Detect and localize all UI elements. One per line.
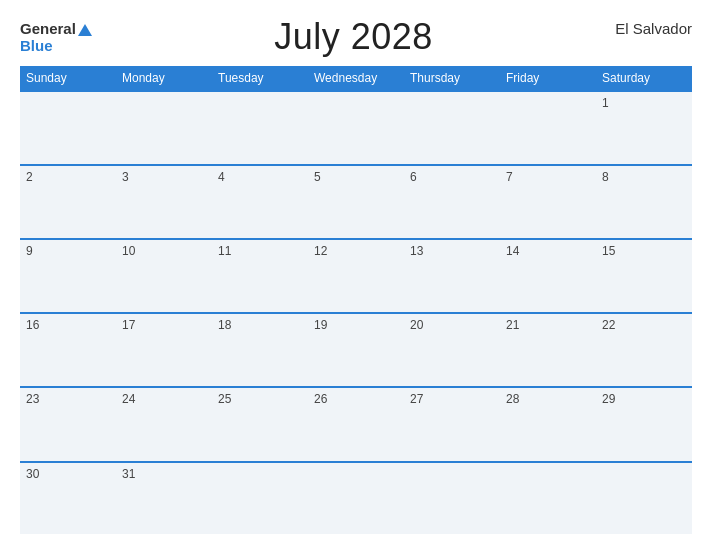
- calendar-day-cell: 11: [212, 239, 308, 313]
- calendar-day-cell: 3: [116, 165, 212, 239]
- calendar-day-cell: 1: [596, 91, 692, 165]
- day-number: 23: [26, 392, 39, 406]
- calendar-day-cell: 8: [596, 165, 692, 239]
- day-number: 5: [314, 170, 321, 184]
- day-number: 20: [410, 318, 423, 332]
- calendar-day-cell: 16: [20, 313, 116, 387]
- day-number: 15: [602, 244, 615, 258]
- calendar-header: General Blue July 2028 El Salvador: [20, 16, 692, 58]
- day-of-week-header: Wednesday: [308, 66, 404, 91]
- calendar-day-cell: [212, 91, 308, 165]
- logo-general-label: General: [20, 20, 76, 37]
- calendar-day-cell: 10: [116, 239, 212, 313]
- day-number: 14: [506, 244, 519, 258]
- day-number: 18: [218, 318, 231, 332]
- calendar-day-cell: 7: [500, 165, 596, 239]
- calendar-day-cell: 22: [596, 313, 692, 387]
- calendar-day-cell: [20, 91, 116, 165]
- day-number: 17: [122, 318, 135, 332]
- day-number: 31: [122, 467, 135, 481]
- calendar-day-cell: 21: [500, 313, 596, 387]
- calendar-day-cell: 4: [212, 165, 308, 239]
- logo-general-text: General: [20, 20, 92, 38]
- days-of-week-row: SundayMondayTuesdayWednesdayThursdayFrid…: [20, 66, 692, 91]
- calendar-day-cell: 15: [596, 239, 692, 313]
- day-number: 1: [602, 96, 609, 110]
- logo-triangle-icon: [78, 24, 92, 36]
- day-of-week-header: Sunday: [20, 66, 116, 91]
- calendar-day-cell: 19: [308, 313, 404, 387]
- calendar-day-cell: 14: [500, 239, 596, 313]
- calendar-week-row: 3031: [20, 462, 692, 534]
- calendar-day-cell: 25: [212, 387, 308, 461]
- calendar-day-cell: 31: [116, 462, 212, 534]
- calendar-header-row: SundayMondayTuesdayWednesdayThursdayFrid…: [20, 66, 692, 91]
- day-of-week-header: Friday: [500, 66, 596, 91]
- calendar-day-cell: [212, 462, 308, 534]
- calendar-day-cell: 5: [308, 165, 404, 239]
- day-number: 3: [122, 170, 129, 184]
- day-of-week-header: Monday: [116, 66, 212, 91]
- calendar-day-cell: 18: [212, 313, 308, 387]
- calendar-day-cell: [404, 91, 500, 165]
- day-of-week-header: Tuesday: [212, 66, 308, 91]
- day-number: 28: [506, 392, 519, 406]
- day-number: 4: [218, 170, 225, 184]
- calendar-day-cell: [308, 462, 404, 534]
- logo: General Blue: [20, 20, 92, 54]
- day-number: 7: [506, 170, 513, 184]
- day-number: 19: [314, 318, 327, 332]
- calendar-week-row: 1: [20, 91, 692, 165]
- day-number: 6: [410, 170, 417, 184]
- day-number: 24: [122, 392, 135, 406]
- day-number: 11: [218, 244, 231, 258]
- calendar-day-cell: 23: [20, 387, 116, 461]
- day-number: 16: [26, 318, 39, 332]
- calendar-day-cell: [500, 91, 596, 165]
- calendar-day-cell: 24: [116, 387, 212, 461]
- calendar-day-cell: 20: [404, 313, 500, 387]
- calendar-day-cell: 30: [20, 462, 116, 534]
- calendar-day-cell: [116, 91, 212, 165]
- day-number: 9: [26, 244, 33, 258]
- calendar-day-cell: 27: [404, 387, 500, 461]
- calendar-title: July 2028: [274, 16, 433, 58]
- day-number: 25: [218, 392, 231, 406]
- calendar-week-row: 23242526272829: [20, 387, 692, 461]
- day-number: 10: [122, 244, 135, 258]
- calendar-day-cell: 13: [404, 239, 500, 313]
- day-number: 29: [602, 392, 615, 406]
- calendar-day-cell: 29: [596, 387, 692, 461]
- calendar-day-cell: 12: [308, 239, 404, 313]
- calendar-day-cell: [500, 462, 596, 534]
- day-number: 2: [26, 170, 33, 184]
- day-number: 26: [314, 392, 327, 406]
- day-number: 30: [26, 467, 39, 481]
- calendar-day-cell: 2: [20, 165, 116, 239]
- day-number: 21: [506, 318, 519, 332]
- calendar-week-row: 9101112131415: [20, 239, 692, 313]
- day-number: 22: [602, 318, 615, 332]
- calendar-day-cell: [308, 91, 404, 165]
- day-number: 8: [602, 170, 609, 184]
- calendar-day-cell: [596, 462, 692, 534]
- logo-blue-label: Blue: [20, 38, 92, 55]
- calendar-day-cell: 9: [20, 239, 116, 313]
- day-of-week-header: Thursday: [404, 66, 500, 91]
- calendar-day-cell: 28: [500, 387, 596, 461]
- calendar-table: SundayMondayTuesdayWednesdayThursdayFrid…: [20, 66, 692, 534]
- calendar-week-row: 16171819202122: [20, 313, 692, 387]
- calendar-day-cell: 6: [404, 165, 500, 239]
- calendar-day-cell: 17: [116, 313, 212, 387]
- calendar-day-cell: 26: [308, 387, 404, 461]
- day-of-week-header: Saturday: [596, 66, 692, 91]
- country-label: El Salvador: [615, 20, 692, 37]
- calendar-day-cell: [404, 462, 500, 534]
- day-number: 27: [410, 392, 423, 406]
- calendar-body: 1234567891011121314151617181920212223242…: [20, 91, 692, 534]
- day-number: 12: [314, 244, 327, 258]
- calendar-week-row: 2345678: [20, 165, 692, 239]
- day-number: 13: [410, 244, 423, 258]
